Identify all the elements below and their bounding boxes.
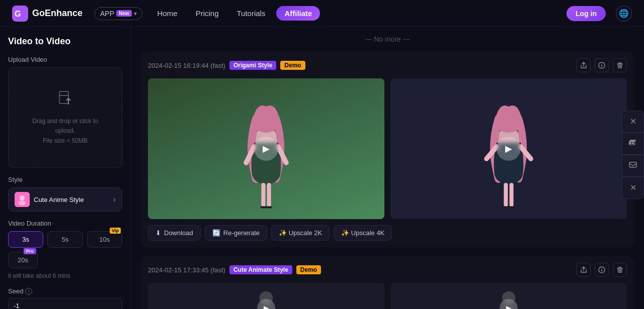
- upload-hint: Drag and drop or click to upload. File s…: [32, 117, 98, 146]
- duration-3s[interactable]: 3s: [8, 231, 43, 248]
- content-area: --- No more --- 2024-02-15 16:19:44 (fas…: [131, 27, 644, 309]
- video-thumb-1-right[interactable]: ▶: [390, 78, 627, 219]
- app-menu-button[interactable]: APP New ▾: [95, 7, 142, 20]
- card-2-meta: 2024-02-15 17:33:45 (fast) Cute Animate …: [148, 265, 321, 274]
- seed-info-icon[interactable]: i: [25, 288, 32, 295]
- card-1-actions: [577, 58, 627, 72]
- logo-text: GoEnhance: [32, 8, 83, 19]
- pro-badge: Pro: [24, 248, 36, 254]
- svg-rect-14: [267, 183, 271, 207]
- svg-point-7: [19, 200, 26, 205]
- svg-point-29: [601, 268, 602, 268]
- style-name: Cute Anime Style: [34, 196, 84, 203]
- close-icon-bottom: ✕: [630, 183, 636, 192]
- nav-affiliate[interactable]: Affiliate: [276, 6, 320, 21]
- card-1-bottom-btns: ⬇ Download 🔄 Re-generate ✨ Upscale 2K ✨ …: [148, 225, 627, 241]
- upload-area[interactable]: Drag and drop or click to upload. File s…: [8, 67, 122, 168]
- close-icon-top: ✕: [630, 117, 636, 126]
- play-button-1-left[interactable]: ▶: [254, 137, 278, 161]
- globe-icon: 🌐: [619, 9, 629, 18]
- card-2-demo-tag: Demo: [296, 265, 321, 274]
- mail-icon: [629, 161, 637, 171]
- card-1-timestamp: 2024-02-15 16:19:44 (fast): [148, 62, 225, 69]
- float-close-top[interactable]: ✕: [622, 111, 644, 133]
- estimate-text: it will take about 6 mins: [8, 272, 122, 279]
- duration-label: Video Duration: [8, 220, 122, 227]
- svg-rect-21: [504, 183, 508, 207]
- card-1-meta: 2024-02-15 16:19:44 (fast) Origami Style…: [148, 61, 305, 70]
- style-label: Style: [8, 176, 122, 183]
- regenerate-button-1[interactable]: 🔄 Re-generate: [205, 225, 267, 241]
- share-icon: [580, 62, 587, 69]
- right-float-panel: ✕ ✕: [622, 111, 644, 199]
- svg-rect-15: [261, 206, 266, 208]
- trash-icon-2: [616, 266, 623, 273]
- no-more-text: --- No more ---: [141, 35, 634, 43]
- nav-tutorials[interactable]: Tutorials: [229, 6, 272, 21]
- video-card-2: 2024-02-15 17:33:45 (fast) Cute Animate …: [141, 256, 634, 309]
- svg-point-10: [601, 63, 602, 64]
- delete-button-2[interactable]: [613, 263, 627, 277]
- download-icon: ⬇: [155, 229, 161, 237]
- duration-options: 3s 5s Vip 10s: [8, 231, 122, 248]
- logo-icon: G: [12, 6, 28, 22]
- seed-label: Seed i: [8, 287, 122, 295]
- card-2-actions: [577, 263, 627, 277]
- card-2-timestamp: 2024-02-15 17:33:45 (fast): [148, 266, 225, 274]
- navbar: G GoEnhance APP New ▾ Home Pricing Tutor…: [0, 0, 644, 27]
- style-thumbnail: [15, 192, 30, 207]
- video-card-1: 2024-02-15 16:19:44 (fast) Origami Style…: [141, 51, 634, 248]
- seed-input[interactable]: [8, 298, 122, 309]
- play-button-1-right[interactable]: ▶: [497, 137, 521, 161]
- download-button-1[interactable]: ⬇ Download: [148, 225, 201, 241]
- style-selector[interactable]: Cute Anime Style ›: [8, 187, 122, 212]
- card-2-videos: ▶ ▶: [148, 283, 627, 309]
- float-discord[interactable]: [622, 133, 644, 155]
- logo[interactable]: G GoEnhance: [12, 6, 83, 22]
- duration-5s[interactable]: 5s: [47, 231, 83, 248]
- svg-rect-2: [59, 91, 68, 104]
- card-1-style-tag: Origami Style: [229, 61, 276, 70]
- svg-rect-24: [509, 206, 514, 208]
- duration-20s[interactable]: Pro 20s: [8, 252, 38, 268]
- upscale4k-button-1[interactable]: ✨ Upscale 4K: [334, 225, 392, 241]
- chevron-right-icon: ›: [113, 195, 116, 204]
- video-thumb-1-left[interactable]: ▶: [148, 78, 384, 219]
- svg-rect-13: [261, 183, 265, 207]
- main-layout: Video to Video Upload Video Drag and dro…: [0, 27, 644, 309]
- video-thumb-2-left[interactable]: ▶: [148, 283, 384, 309]
- card-1-demo-tag: Demo: [280, 61, 305, 70]
- video-thumb-2-right[interactable]: ▶: [390, 283, 627, 309]
- sidebar-title: Video to Video: [8, 36, 122, 47]
- share-button-1[interactable]: [577, 58, 591, 72]
- card-2-header: 2024-02-15 17:33:45 (fast) Cute Animate …: [148, 263, 627, 277]
- delete-button-1[interactable]: [613, 58, 627, 72]
- float-mail[interactable]: [622, 155, 644, 177]
- card-1-header: 2024-02-15 16:19:44 (fast) Origami Style…: [148, 58, 627, 72]
- svg-rect-16: [266, 206, 272, 208]
- svg-point-6: [20, 195, 25, 200]
- svg-rect-22: [510, 183, 514, 207]
- info-icon-2: [598, 266, 605, 273]
- vip-badge: Vip: [110, 228, 121, 234]
- nav-pricing[interactable]: Pricing: [189, 6, 226, 21]
- share-button-2[interactable]: [577, 263, 591, 277]
- duration-10s[interactable]: Vip 10s: [87, 231, 122, 248]
- share-icon-2: [580, 266, 587, 273]
- upscale2k-button-1[interactable]: ✨ Upscale 2K: [271, 225, 330, 241]
- info-button-2[interactable]: [595, 263, 609, 277]
- login-button[interactable]: Log in: [567, 6, 606, 21]
- nav-home[interactable]: Home: [150, 6, 185, 21]
- discord-icon: [628, 138, 637, 149]
- upload-label: Upload Video: [8, 56, 122, 63]
- info-button-1[interactable]: [595, 58, 609, 72]
- svg-rect-34: [629, 162, 636, 167]
- regenerate-icon: 🔄: [212, 229, 220, 237]
- app-label: APP: [100, 10, 114, 18]
- new-badge: New: [116, 10, 132, 17]
- upload-icon: [56, 89, 74, 112]
- float-close-bottom[interactable]: ✕: [622, 177, 644, 199]
- sidebar: Video to Video Upload Video Drag and dro…: [0, 27, 131, 309]
- style-left: Cute Anime Style: [15, 192, 84, 207]
- language-button[interactable]: 🌐: [616, 6, 632, 22]
